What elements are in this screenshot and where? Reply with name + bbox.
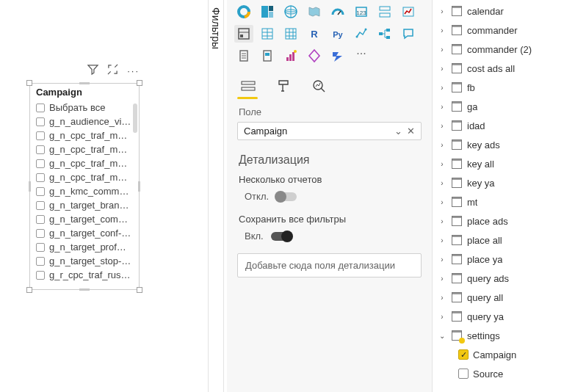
field-row[interactable]: Source bbox=[435, 364, 564, 383]
table-row[interactable]: ›place ya bbox=[435, 250, 564, 269]
chevron-down-icon[interactable]: ⌄ bbox=[438, 332, 446, 340]
table-row[interactable]: ›commander (2) bbox=[435, 40, 564, 59]
drillthrough-drop-well[interactable]: Добавьте сюда поля детализации bbox=[237, 253, 422, 277]
chevron-right-icon[interactable]: › bbox=[438, 103, 446, 111]
table-row[interactable]: ›commander bbox=[435, 21, 564, 40]
viz-map-icon[interactable] bbox=[281, 3, 300, 21]
table-row[interactable]: ›query all bbox=[435, 288, 564, 307]
chevron-right-icon[interactable]: › bbox=[438, 122, 446, 130]
chevron-right-icon[interactable]: › bbox=[438, 160, 446, 168]
checkbox-icon[interactable] bbox=[36, 201, 45, 210]
more-options-icon[interactable]: ··· bbox=[127, 65, 140, 76]
chevron-right-icon[interactable]: › bbox=[438, 46, 446, 54]
slicer-item[interactable]: g_n_audience_visit... bbox=[36, 115, 131, 128]
viz-automate-icon[interactable] bbox=[328, 47, 347, 65]
viz-multirow-icon[interactable] bbox=[375, 3, 394, 21]
slicer-item[interactable]: g_r_cpc_traf_rus_re... bbox=[36, 268, 131, 282]
checkbox-icon[interactable] bbox=[36, 117, 45, 126]
checkbox-icon[interactable] bbox=[36, 145, 45, 154]
multi-reports-toggle[interactable] bbox=[276, 192, 297, 201]
field-row[interactable]: ✓Campaign bbox=[435, 345, 564, 364]
viz-more-icon[interactable]: ··· bbox=[352, 47, 371, 65]
slicer-item[interactable]: g_n_cpc_traf_msk_l... bbox=[36, 170, 131, 184]
viz-smart-icon[interactable] bbox=[281, 47, 300, 65]
checkbox-icon[interactable] bbox=[36, 257, 45, 266]
scrollbar-thumb[interactable] bbox=[133, 104, 137, 133]
slicer-item[interactable]: g_n_target_prof_rus bbox=[36, 240, 131, 254]
slicer-item[interactable]: g_n_cpc_traf_msk_... bbox=[36, 128, 131, 142]
chevron-right-icon[interactable]: › bbox=[438, 217, 446, 225]
checkbox-icon[interactable] bbox=[36, 271, 45, 280]
checkbox-icon[interactable] bbox=[36, 159, 45, 168]
viz-gauge-icon[interactable] bbox=[328, 3, 347, 21]
slicer-item[interactable]: g_n_target_compet... bbox=[36, 212, 131, 226]
table-row[interactable]: ›calendar bbox=[435, 1, 564, 21]
viz-paginated-icon[interactable] bbox=[234, 47, 253, 65]
viz-table-icon[interactable] bbox=[258, 25, 277, 43]
tab-fields-icon[interactable] bbox=[239, 76, 258, 95]
filters-pane-collapsed[interactable]: Фильтры bbox=[208, 0, 224, 392]
chevron-right-icon[interactable]: › bbox=[438, 26, 446, 35]
chevron-right-icon[interactable]: › bbox=[438, 141, 446, 149]
slicer-item[interactable]: g_n_cpc_traf_msk_... bbox=[36, 142, 131, 156]
resize-handle[interactable] bbox=[26, 80, 32, 86]
table-row[interactable]: ›query ya bbox=[435, 307, 564, 326]
chevron-right-icon[interactable]: › bbox=[438, 179, 446, 187]
table-row[interactable]: ›idad bbox=[435, 116, 564, 135]
viz-r-icon[interactable]: R bbox=[305, 25, 324, 43]
focus-mode-icon[interactable] bbox=[107, 64, 118, 77]
viz-key-influencers-icon[interactable] bbox=[352, 25, 371, 43]
table-row[interactable]: ›fb bbox=[435, 78, 564, 97]
viz-powerapps-icon[interactable] bbox=[305, 47, 324, 65]
slicer-item[interactable]: Выбрать все bbox=[36, 101, 131, 115]
field-checkbox[interactable]: ✓ bbox=[458, 349, 469, 360]
field-checkbox[interactable] bbox=[458, 369, 469, 379]
slicer-visual[interactable]: ··· Campaign Выбрать всеg_n_audience_vis… bbox=[29, 62, 140, 290]
slicer-list[interactable]: Выбрать всеg_n_audience_visit...g_n_cpc_… bbox=[30, 99, 139, 289]
viz-matrix-icon[interactable] bbox=[281, 25, 300, 43]
checkbox-icon[interactable] bbox=[36, 229, 45, 238]
viz-kpi-icon[interactable] bbox=[399, 3, 418, 21]
checkbox-icon[interactable] bbox=[36, 215, 45, 224]
table-row[interactable]: ›cost ads all bbox=[435, 59, 564, 78]
viz-python-icon[interactable]: Py bbox=[328, 25, 347, 43]
viz-decomp-icon[interactable] bbox=[375, 25, 394, 43]
checkbox-icon[interactable] bbox=[36, 131, 45, 140]
viz-arcgis-icon[interactable] bbox=[258, 47, 277, 65]
table-row[interactable]: ⌄settings bbox=[435, 326, 564, 345]
field-well[interactable]: Campaign ⌄ ✕ bbox=[237, 122, 422, 140]
tab-analytics-icon[interactable] bbox=[309, 76, 328, 95]
slicer-item[interactable]: g_n_cpc_traf_msk_... bbox=[36, 156, 131, 170]
table-row[interactable]: ›query ads bbox=[435, 269, 564, 288]
table-row[interactable]: ›place ads bbox=[435, 211, 564, 231]
slicer-item[interactable]: g_n_target_stop-b... bbox=[36, 254, 131, 268]
table-row[interactable]: ›key ya bbox=[435, 173, 564, 192]
viz-treemap-icon[interactable] bbox=[258, 3, 277, 21]
slicer-item[interactable]: g_n_kmc_common_... bbox=[36, 184, 131, 198]
table-row[interactable]: ›mt bbox=[435, 192, 564, 211]
chevron-right-icon[interactable]: › bbox=[438, 294, 446, 302]
viz-filled-map-icon[interactable] bbox=[305, 3, 324, 21]
viz-slicer-icon[interactable] bbox=[234, 25, 253, 43]
chevron-down-icon[interactable]: ⌄ bbox=[394, 126, 402, 137]
checkbox-icon[interactable] bbox=[36, 173, 45, 182]
remove-field-icon[interactable]: ✕ bbox=[407, 126, 415, 137]
viz-donut-icon[interactable] bbox=[234, 3, 253, 21]
filter-icon[interactable] bbox=[87, 64, 98, 77]
checkbox-icon[interactable] bbox=[36, 243, 45, 252]
chevron-right-icon[interactable]: › bbox=[438, 7, 446, 15]
chevron-right-icon[interactable]: › bbox=[438, 255, 446, 264]
chevron-right-icon[interactable]: › bbox=[438, 65, 446, 73]
resize-handle[interactable] bbox=[137, 80, 142, 86]
table-row[interactable]: ›key ads bbox=[435, 135, 564, 154]
chevron-right-icon[interactable]: › bbox=[438, 236, 446, 244]
keep-filters-toggle[interactable] bbox=[271, 232, 292, 241]
chevron-right-icon[interactable]: › bbox=[438, 84, 446, 92]
slicer-item[interactable]: g_n_target_conf-sc... bbox=[36, 226, 131, 240]
chevron-right-icon[interactable]: › bbox=[438, 313, 446, 321]
viz-card-icon[interactable]: 123 bbox=[352, 3, 371, 21]
table-row[interactable]: ›ga bbox=[435, 97, 564, 116]
chevron-right-icon[interactable]: › bbox=[438, 275, 446, 283]
checkbox-icon[interactable] bbox=[36, 187, 45, 196]
viz-qa-icon[interactable] bbox=[399, 25, 418, 43]
